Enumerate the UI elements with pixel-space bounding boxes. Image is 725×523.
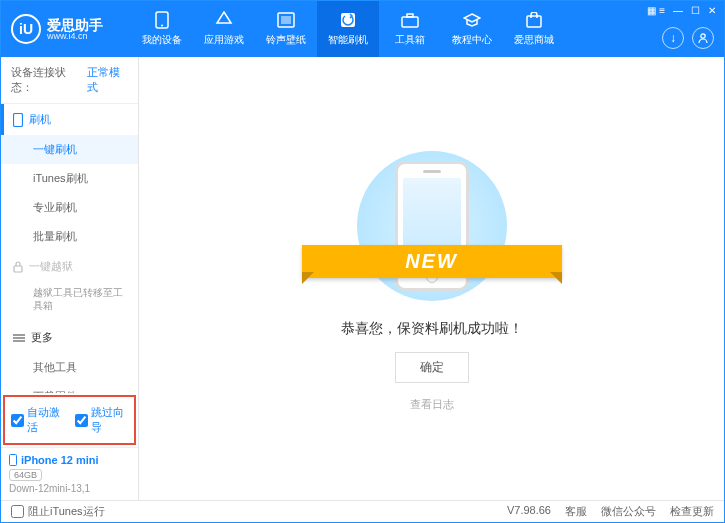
check-update-link[interactable]: 检查更新 (670, 504, 714, 519)
sidebar-item-oneclick-flash[interactable]: 一键刷机 (1, 135, 138, 164)
store-icon (525, 11, 543, 29)
sidebar-group-more[interactable]: 更多 (1, 322, 138, 353)
menu-icon[interactable]: ▦ ≡ (647, 5, 665, 16)
sidebar-item-other-tools[interactable]: 其他工具 (1, 353, 138, 382)
new-ribbon: NEW (302, 245, 562, 278)
svg-rect-7 (527, 16, 541, 27)
download-icon[interactable]: ↓ (662, 27, 684, 49)
app-url: www.i4.cn (47, 32, 103, 41)
checkbox-auto-activate[interactable]: 自动激活 (11, 405, 65, 435)
sidebar-item-itunes-flash[interactable]: iTunes刷机 (1, 164, 138, 193)
nav-flash[interactable]: 智能刷机 (317, 1, 379, 57)
nav-apps[interactable]: 应用游戏 (193, 1, 255, 57)
logo-area: iU 爱思助手 www.i4.cn (11, 14, 131, 44)
nav-tutorials[interactable]: 教程中心 (441, 1, 503, 57)
phone-tiny-icon (9, 454, 17, 466)
nav-ringtones[interactable]: 铃声壁纸 (255, 1, 317, 57)
phone-small-icon (13, 113, 23, 127)
device-info[interactable]: iPhone 12 mini 64GB Down-12mini-13,1 (1, 447, 138, 500)
svg-rect-14 (10, 455, 17, 466)
flash-options: 自动激活 跳过向导 (3, 395, 136, 445)
maximize-icon[interactable]: ☐ (691, 5, 700, 16)
apps-icon (215, 11, 233, 29)
success-message: 恭喜您，保资料刷机成功啦！ (341, 320, 523, 338)
wallpaper-icon (277, 11, 295, 29)
ok-button[interactable]: 确定 (395, 352, 469, 383)
sidebar-item-pro-flash[interactable]: 专业刷机 (1, 193, 138, 222)
storage-badge: 64GB (9, 469, 42, 481)
app-title: 爱思助手 (47, 18, 103, 32)
checkbox-skip-wizard[interactable]: 跳过向导 (75, 405, 129, 435)
nav-toolbox[interactable]: 工具箱 (379, 1, 441, 57)
svg-rect-10 (14, 266, 22, 272)
svg-rect-6 (407, 14, 413, 17)
app-header: iU 爱思助手 www.i4.cn 我的设备 应用游戏 铃声壁纸 智能刷机 工具… (1, 1, 724, 57)
nav-store[interactable]: 爱思商城 (503, 1, 565, 57)
checkbox-block-itunes[interactable]: 阻止iTunes运行 (11, 504, 105, 519)
svg-point-8 (701, 34, 705, 38)
svg-rect-9 (14, 113, 23, 126)
minimize-icon[interactable]: — (673, 5, 683, 16)
sidebar-group-jailbreak[interactable]: 一键越狱 (1, 251, 138, 282)
svg-rect-3 (281, 16, 291, 24)
view-log-link[interactable]: 查看日志 (410, 397, 454, 412)
device-name-text: iPhone 12 mini (21, 454, 99, 466)
window-controls: ▦ ≡ — ☐ ✕ (647, 5, 716, 16)
svg-rect-5 (402, 17, 418, 27)
top-nav: 我的设备 应用游戏 铃声壁纸 智能刷机 工具箱 教程中心 爱思商城 (131, 1, 565, 57)
phone-icon (153, 11, 171, 29)
nav-my-device[interactable]: 我的设备 (131, 1, 193, 57)
device-model: Down-12mini-13,1 (9, 483, 130, 494)
sidebar-item-download-firmware[interactable]: 下载固件 (1, 382, 138, 393)
lock-icon (13, 261, 23, 273)
user-icon[interactable] (692, 27, 714, 49)
logo-icon: iU (11, 14, 41, 44)
svg-point-1 (161, 25, 163, 27)
main-content: NEW 恭喜您，保资料刷机成功啦！ 确定 查看日志 (139, 57, 724, 500)
toolbox-icon (401, 11, 419, 29)
status-bar: 阻止iTunes运行 V7.98.66 客服 微信公众号 检查更新 (1, 500, 724, 522)
close-icon[interactable]: ✕ (708, 5, 716, 16)
version-label: V7.98.66 (507, 504, 551, 519)
success-illustration: NEW (332, 146, 532, 306)
flash-icon (339, 11, 357, 29)
device-status: 设备连接状态： 正常模式 (1, 57, 138, 104)
wechat-link[interactable]: 微信公众号 (601, 504, 656, 519)
jailbreak-note: 越狱工具已转移至工具箱 (1, 282, 138, 322)
sidebar-item-batch-flash[interactable]: 批量刷机 (1, 222, 138, 251)
sidebar: 设备连接状态： 正常模式 刷机 一键刷机 iTunes刷机 专业刷机 批量刷机 … (1, 57, 139, 500)
tutorial-icon (463, 11, 481, 29)
sidebar-group-flash[interactable]: 刷机 (1, 104, 138, 135)
more-icon (13, 334, 25, 342)
support-link[interactable]: 客服 (565, 504, 587, 519)
